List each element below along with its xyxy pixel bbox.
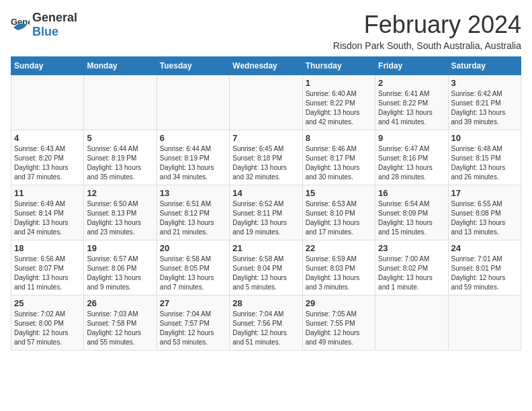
calendar-cell: 11Sunrise: 6:49 AMSunset: 8:14 PMDayligh… — [11, 185, 84, 240]
calendar-cell: 20Sunrise: 6:58 AMSunset: 8:05 PMDayligh… — [157, 240, 229, 295]
day-number: 4 — [14, 133, 81, 143]
day-number: 27 — [160, 298, 226, 308]
day-number: 8 — [306, 133, 372, 143]
day-info: Sunrise: 6:55 AMSunset: 8:08 PMDaylight:… — [451, 199, 518, 237]
calendar-cell: 27Sunrise: 7:04 AMSunset: 7:57 PMDayligh… — [157, 295, 229, 351]
day-info: Sunrise: 6:59 AMSunset: 8:03 PMDaylight:… — [306, 255, 372, 292]
day-info: Sunrise: 6:44 AMSunset: 8:19 PMDaylight:… — [160, 144, 226, 182]
day-number: 11 — [14, 188, 81, 198]
calendar-cell: 25Sunrise: 7:02 AMSunset: 8:00 PMDayligh… — [11, 295, 84, 351]
calendar-cell: 5Sunrise: 6:44 AMSunset: 8:19 PMDaylight… — [84, 130, 157, 185]
logo-icon: General — [11, 15, 30, 34]
calendar-cell: 4Sunrise: 6:43 AMSunset: 8:20 PMDaylight… — [11, 130, 84, 185]
week-row-0: 1Sunrise: 6:40 AMSunset: 8:22 PMDaylight… — [11, 75, 521, 130]
header-area: General General Blue February 2024 Risdo… — [11, 11, 521, 51]
day-number: 6 — [160, 133, 226, 143]
header-cell-monday: Monday — [84, 57, 157, 75]
calendar-cell: 2Sunrise: 6:41 AMSunset: 8:22 PMDaylight… — [375, 75, 448, 130]
day-number: 14 — [232, 188, 299, 198]
day-number: 16 — [378, 188, 445, 198]
day-number: 5 — [87, 133, 153, 143]
calendar-cell: 22Sunrise: 6:59 AMSunset: 8:03 PMDayligh… — [302, 240, 375, 295]
day-number: 15 — [306, 188, 372, 198]
calendar-cell: 13Sunrise: 6:51 AMSunset: 8:12 PMDayligh… — [157, 185, 229, 240]
logo-text-blue: Blue — [32, 25, 58, 38]
calendar-cell: 28Sunrise: 7:04 AMSunset: 7:56 PMDayligh… — [230, 295, 302, 351]
header-cell-tuesday: Tuesday — [157, 57, 229, 75]
calendar-table: SundayMondayTuesdayWednesdayThursdayFrid… — [11, 56, 521, 351]
day-info: Sunrise: 6:53 AMSunset: 8:10 PMDaylight:… — [306, 199, 372, 237]
day-info: Sunrise: 6:40 AMSunset: 8:22 PMDaylight:… — [306, 89, 372, 127]
header-cell-sunday: Sunday — [11, 57, 84, 75]
day-info: Sunrise: 6:46 AMSunset: 8:17 PMDaylight:… — [306, 144, 372, 182]
calendar-cell: 17Sunrise: 6:55 AMSunset: 8:08 PMDayligh… — [448, 185, 521, 240]
month-title: February 2024 — [333, 11, 521, 39]
calendar-cell — [11, 75, 84, 130]
calendar-cell: 7Sunrise: 6:45 AMSunset: 8:18 PMDaylight… — [230, 130, 302, 185]
header-cell-wednesday: Wednesday — [230, 57, 302, 75]
week-row-4: 25Sunrise: 7:02 AMSunset: 8:00 PMDayligh… — [11, 295, 521, 351]
day-info: Sunrise: 6:52 AMSunset: 8:11 PMDaylight:… — [232, 199, 299, 237]
day-number: 26 — [87, 298, 153, 308]
day-info: Sunrise: 6:58 AMSunset: 8:05 PMDaylight:… — [160, 255, 226, 292]
title-area: February 2024 Risdon Park South, South A… — [333, 11, 521, 51]
day-info: Sunrise: 6:49 AMSunset: 8:14 PMDaylight:… — [14, 199, 81, 237]
day-number: 9 — [378, 133, 445, 143]
day-number: 20 — [160, 243, 226, 253]
calendar-cell: 10Sunrise: 6:48 AMSunset: 8:15 PMDayligh… — [448, 130, 521, 185]
day-info: Sunrise: 7:03 AMSunset: 7:58 PMDaylight:… — [87, 310, 153, 347]
calendar-cell: 15Sunrise: 6:53 AMSunset: 8:10 PMDayligh… — [302, 185, 375, 240]
calendar-cell: 24Sunrise: 7:01 AMSunset: 8:01 PMDayligh… — [448, 240, 521, 295]
day-number: 13 — [160, 188, 226, 198]
day-info: Sunrise: 6:44 AMSunset: 8:19 PMDaylight:… — [87, 144, 153, 182]
calendar-cell: 16Sunrise: 6:54 AMSunset: 8:09 PMDayligh… — [375, 185, 448, 240]
day-info: Sunrise: 7:02 AMSunset: 8:00 PMDaylight:… — [14, 310, 81, 347]
header-cell-saturday: Saturday — [448, 57, 521, 75]
day-info: Sunrise: 7:04 AMSunset: 7:57 PMDaylight:… — [160, 310, 226, 347]
calendar-cell: 19Sunrise: 6:57 AMSunset: 8:06 PMDayligh… — [84, 240, 157, 295]
day-info: Sunrise: 6:41 AMSunset: 8:22 PMDaylight:… — [378, 89, 445, 127]
day-number: 3 — [451, 78, 518, 88]
day-info: Sunrise: 7:00 AMSunset: 8:02 PMDaylight:… — [378, 255, 445, 292]
week-row-3: 18Sunrise: 6:56 AMSunset: 8:07 PMDayligh… — [11, 240, 521, 295]
week-row-2: 11Sunrise: 6:49 AMSunset: 8:14 PMDayligh… — [11, 185, 521, 240]
header-row: SundayMondayTuesdayWednesdayThursdayFrid… — [11, 57, 521, 75]
day-number: 10 — [451, 133, 518, 143]
calendar-cell: 12Sunrise: 6:50 AMSunset: 8:13 PMDayligh… — [84, 185, 157, 240]
day-number: 25 — [14, 298, 81, 308]
day-info: Sunrise: 6:42 AMSunset: 8:21 PMDaylight:… — [451, 89, 518, 127]
calendar-cell: 23Sunrise: 7:00 AMSunset: 8:02 PMDayligh… — [375, 240, 448, 295]
day-number: 17 — [451, 188, 518, 198]
day-info: Sunrise: 6:50 AMSunset: 8:13 PMDaylight:… — [87, 199, 153, 237]
day-number: 23 — [378, 243, 445, 253]
header-cell-thursday: Thursday — [302, 57, 375, 75]
calendar-header: SundayMondayTuesdayWednesdayThursdayFrid… — [11, 57, 521, 75]
subtitle: Risdon Park South, South Australia, Aust… — [333, 40, 521, 51]
calendar-cell — [230, 75, 302, 130]
day-number: 1 — [306, 78, 372, 88]
logo-text-general: General — [32, 11, 77, 25]
calendar-cell: 6Sunrise: 6:44 AMSunset: 8:19 PMDaylight… — [157, 130, 229, 185]
day-number: 12 — [87, 188, 153, 198]
calendar-body: 1Sunrise: 6:40 AMSunset: 8:22 PMDaylight… — [11, 75, 521, 351]
day-info: Sunrise: 6:51 AMSunset: 8:12 PMDaylight:… — [160, 199, 226, 237]
day-number: 24 — [451, 243, 518, 253]
day-number: 21 — [232, 243, 299, 253]
day-number: 18 — [14, 243, 81, 253]
day-number: 29 — [306, 298, 372, 308]
day-number: 7 — [232, 133, 299, 143]
calendar-cell: 26Sunrise: 7:03 AMSunset: 7:58 PMDayligh… — [84, 295, 157, 351]
calendar-cell: 21Sunrise: 6:58 AMSunset: 8:04 PMDayligh… — [230, 240, 302, 295]
day-info: Sunrise: 7:01 AMSunset: 8:01 PMDaylight:… — [451, 255, 518, 292]
day-number: 28 — [232, 298, 299, 308]
calendar-cell — [448, 295, 521, 351]
calendar-cell: 3Sunrise: 6:42 AMSunset: 8:21 PMDaylight… — [448, 75, 521, 130]
week-row-1: 4Sunrise: 6:43 AMSunset: 8:20 PMDaylight… — [11, 130, 521, 185]
day-info: Sunrise: 7:05 AMSunset: 7:55 PMDaylight:… — [306, 310, 372, 347]
calendar-cell: 8Sunrise: 6:46 AMSunset: 8:17 PMDaylight… — [302, 130, 375, 185]
day-info: Sunrise: 6:47 AMSunset: 8:16 PMDaylight:… — [378, 144, 445, 182]
day-number: 2 — [378, 78, 445, 88]
day-number: 22 — [306, 243, 372, 253]
logo: General General Blue — [11, 11, 77, 39]
calendar-cell: 14Sunrise: 6:52 AMSunset: 8:11 PMDayligh… — [230, 185, 302, 240]
